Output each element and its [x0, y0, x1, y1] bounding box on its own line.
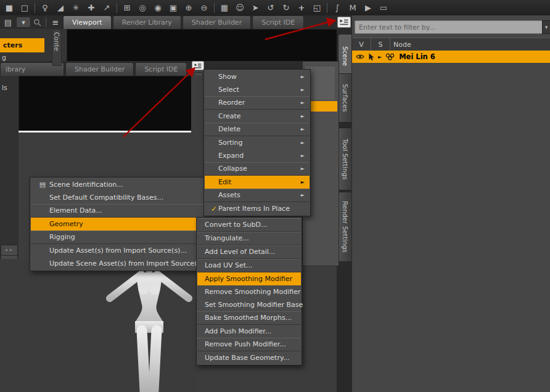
cube-node-icon[interactable]: ▣	[166, 1, 181, 14]
node-minus-icon[interactable]: ⊖	[197, 1, 211, 14]
search-icon[interactable]	[33, 18, 41, 27]
menu-item-bake-smoothed-morphs[interactable]: Bake Smoothed Morphs...	[197, 311, 301, 325]
expand-arrow-icon[interactable]: ►	[378, 54, 382, 60]
tab-tool-settings[interactable]: Tool Settings	[338, 128, 351, 190]
menu-item-parent-items-in-place[interactable]: ✓ Parent Items In Place	[205, 202, 310, 215]
menu-item-label: Triangulate...	[205, 234, 249, 242]
node-plus-icon[interactable]: ⊕	[181, 1, 196, 14]
menu-item-scene-identification[interactable]: ▤ Scene Identification...	[31, 178, 224, 191]
menu-item-label: Create	[218, 112, 241, 120]
tab-render-settings[interactable]: Render Settings	[338, 192, 351, 262]
menu-item-label: Update Scene Asset(s) from Import Source…	[49, 259, 210, 267]
pane-list-icon[interactable]: ≡	[51, 16, 60, 29]
menu-item-expand[interactable]: Expand ►	[205, 149, 310, 162]
menu-item-update-scene-assets-from-import-source[interactable]: Update Scene Asset(s) from Import Source…	[31, 257, 224, 270]
menu-item-update-base-geometry[interactable]: Update Base Geometry...	[197, 351, 301, 364]
menu-item-convert-to-subd[interactable]: Convert to SubD...	[197, 218, 301, 232]
node-label: Mei Lin 6	[399, 52, 435, 61]
menu-item-label: Apply Smoothing Modifier	[205, 275, 292, 283]
menu-item-load-uv-set[interactable]: Load UV Set...	[197, 259, 301, 272]
menu-item-geometry[interactable]: Geometry ►	[31, 218, 224, 231]
menu-item-reorder[interactable]: Reorder ►	[205, 96, 310, 110]
spline-icon[interactable]: ∫	[330, 1, 345, 14]
menu-item-label: Collapse	[218, 165, 247, 173]
menu-item-label: Remove Smoothing Modifier	[205, 288, 301, 296]
tab-label: Shader Builder	[75, 65, 125, 73]
record-icon[interactable]: ◉	[150, 1, 165, 14]
column-visibility[interactable]: V	[352, 38, 371, 51]
play-icon[interactable]: ▶	[361, 1, 376, 14]
menu-item-set-default-compatibility-bases[interactable]: Set Default Compatibility Bases...	[31, 191, 224, 204]
tab-script-ide[interactable]: Script IDE	[252, 15, 304, 29]
vertical-tab-content[interactable]: Conte	[52, 29, 62, 66]
frame-icon[interactable]: ▭	[376, 1, 391, 14]
menu-item-set-smoothing-modifier-base[interactable]: Set Smoothing Modifier Base	[197, 298, 301, 311]
menu-item-add-push-modifier[interactable]: Add Push Modifier...	[197, 325, 301, 338]
menu-item-label: Delete	[218, 125, 240, 133]
menu-item-select[interactable]: Select ►	[205, 83, 310, 96]
star-tool-icon[interactable]: ✳	[68, 1, 83, 14]
menu-item-label: Edit	[218, 178, 231, 186]
rotate-ccw-icon[interactable]: ↺	[263, 1, 278, 14]
floating-pane-options-button[interactable]	[192, 61, 204, 70]
scene-pane-options-button[interactable]	[337, 17, 351, 28]
menu-item-rigging[interactable]: Rigging ►	[31, 231, 224, 244]
shear-tool-icon[interactable]: ◢	[53, 1, 68, 14]
menu-item-sorting[interactable]: Sorting ►	[205, 136, 310, 149]
figure-icon[interactable]: ♀	[38, 1, 52, 14]
sidebar-item-cters[interactable]: cters	[0, 38, 44, 52]
menu-item-remove-smoothing-modifier[interactable]: Remove Smoothing Modifier	[197, 285, 301, 298]
scene-identification-icon: ▤	[36, 181, 49, 189]
tab-script-ide-2[interactable]: Script IDE	[135, 62, 187, 76]
sidebar-fragment-g: g	[2, 54, 6, 62]
view-mode-dropdown[interactable]: ▾	[16, 17, 31, 28]
viewport-canvas[interactable]	[67, 29, 338, 63]
selectable-pointer-icon[interactable]	[368, 53, 374, 61]
tab-scene[interactable]: Scene	[338, 34, 351, 78]
submenu-arrow-icon: ►	[295, 87, 305, 92]
column-node[interactable]: Node	[390, 38, 550, 51]
tab-render-library[interactable]: Render Library	[113, 15, 181, 29]
visibility-eye-icon[interactable]	[356, 54, 364, 60]
menu-item-update-assets-from-import-source[interactable]: Update Asset(s) from Import Source(s)...	[31, 244, 224, 257]
tab-shader-builder[interactable]: Shader Builder	[183, 15, 251, 29]
menu-item-add-level-of-detail[interactable]: Add Level of Detail...	[197, 245, 301, 259]
tab-surfaces[interactable]: Surfaces	[338, 73, 351, 123]
axes-tool-icon[interactable]: ✚	[84, 1, 99, 14]
export-icon[interactable]: ↗	[99, 1, 114, 14]
tab-shader-builder-2[interactable]: Shader Builder	[65, 62, 134, 76]
grid-icon[interactable]: ▦	[217, 1, 232, 14]
left-edge-strip	[0, 76, 18, 259]
menu-item-element-data[interactable]: Element Data...	[31, 204, 224, 218]
menu-item-create[interactable]: Create ►	[205, 110, 310, 123]
menu-item-collapse[interactable]: Collapse ►	[205, 162, 310, 176]
scale-tool-icon[interactable]: ◱	[310, 1, 324, 14]
content-stack-icon[interactable]: ▤	[2, 16, 14, 29]
tab-viewport[interactable]: Viewport	[63, 15, 112, 29]
morph-icon[interactable]: M	[345, 1, 360, 14]
column-selectability[interactable]: S	[371, 38, 390, 51]
move-tool-icon[interactable]: +	[294, 1, 309, 14]
menu-item-assets[interactable]: Assets ►	[205, 189, 310, 202]
cursor-tool-icon[interactable]: ➤	[248, 1, 263, 14]
menu-item-delete[interactable]: Delete ►	[205, 123, 310, 136]
floating-viewport-canvas[interactable]	[18, 76, 192, 132]
cube-solid-icon[interactable]: ■	[2, 1, 17, 14]
scene-node-row-mei-lin-6[interactable]: ► Mei Lin 6	[352, 51, 550, 63]
splitter-button-top[interactable]: ••	[1, 245, 18, 256]
cube-add-icon[interactable]: ⊞	[120, 1, 134, 14]
cube-wire-icon[interactable]: □	[17, 1, 32, 14]
menu-item-label: Sorting	[218, 139, 243, 147]
menu-item-triangulate[interactable]: Triangulate...	[197, 232, 301, 245]
toolbar-separator	[117, 3, 117, 13]
figure-viewport[interactable]	[0, 259, 196, 392]
menu-item-remove-push-modifier[interactable]: Remove Push Modifier...	[197, 338, 301, 351]
smiley-icon[interactable]: ☺	[232, 1, 247, 14]
menu-item-show[interactable]: Show ►	[205, 70, 310, 83]
filter-options-button[interactable]: ▾	[542, 20, 550, 34]
menu-item-edit[interactable]: Edit ►	[205, 176, 310, 189]
rotate-cw-icon[interactable]: ↻	[279, 1, 293, 14]
menu-item-apply-smoothing-modifier[interactable]: Apply Smoothing Modifier	[197, 272, 301, 285]
filter-input[interactable]	[355, 20, 549, 34]
target-icon[interactable]: ◎	[135, 1, 150, 14]
